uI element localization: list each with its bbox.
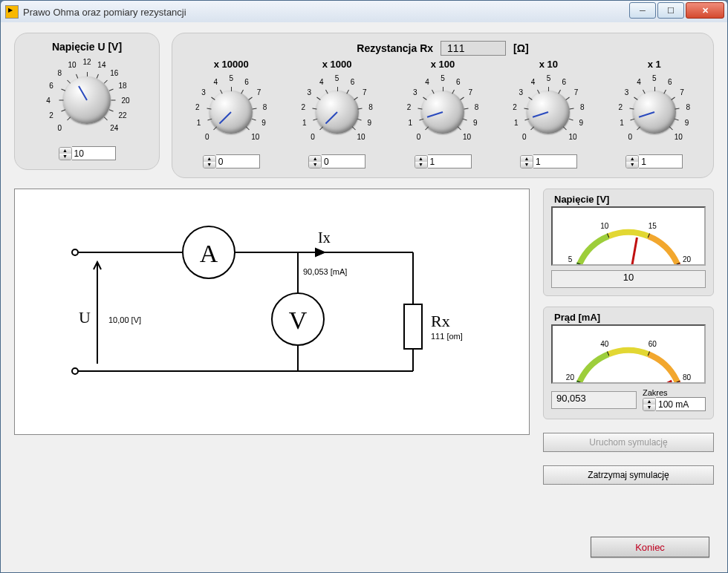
- svg-text:80: 80: [683, 373, 692, 382]
- minimize-button[interactable]: ─: [629, 2, 656, 19]
- multiplier-field[interactable]: [639, 154, 683, 168]
- multiplier-field[interactable]: [322, 154, 365, 168]
- multiplier-knob[interactable]: 012345678910: [507, 71, 589, 153]
- multiplier-label: x 10: [498, 59, 598, 70]
- multiplier-1: x 1000012345678910▲▼: [287, 59, 386, 168]
- multiplier-3: x 10012345678910▲▼: [498, 59, 598, 168]
- multiplier-label: x 1: [605, 59, 704, 70]
- svg-point-8: [72, 368, 78, 374]
- svg-text:20: 20: [566, 373, 575, 382]
- maximize-button[interactable]: ☐: [657, 2, 684, 19]
- current-gauge-reading: 90,053: [551, 391, 637, 409]
- rx-value: 111 [om]: [431, 332, 463, 341]
- svg-line-25: [628, 238, 637, 264]
- voltmeter-symbol: V: [289, 307, 308, 334]
- rx-title: Rezystancja Rx: [357, 42, 433, 54]
- multiplier-label: x 100: [393, 59, 493, 70]
- multiplier-knob[interactable]: 012345678910: [190, 71, 272, 153]
- multiplier-field[interactable]: [533, 154, 577, 168]
- multiplier-stepper[interactable]: ▲▼: [520, 155, 533, 168]
- svg-text:60: 60: [649, 340, 657, 348]
- voltage-stepper[interactable]: ▲▼: [59, 147, 72, 160]
- voltage-panel: Napięcie U [V] 024681012141618202224 ▲▼: [14, 33, 160, 170]
- svg-text:20: 20: [683, 255, 692, 263]
- voltage-gauge-panel: Napięcie [V] 0510152024 10: [543, 189, 714, 296]
- run-simulation-button[interactable]: Uruchom symulację: [543, 433, 714, 452]
- multiplier-stepper[interactable]: ▲▼: [625, 155, 639, 168]
- current-gauge-panel: Prąd [mA] 020406080100 90,053 Zakres ▲▼: [543, 307, 714, 419]
- multiplier-stepper[interactable]: ▲▼: [308, 155, 322, 168]
- multiplier-knob[interactable]: 012345678910: [296, 71, 378, 153]
- voltage-gauge-title: Napięcie [V]: [554, 194, 706, 205]
- ix-label: Ix: [318, 229, 331, 246]
- svg-text:15: 15: [649, 222, 657, 230]
- range-label: Zakres: [643, 388, 668, 397]
- multiplier-0: x 10000012345678910▲▼: [181, 59, 281, 168]
- window-title: Prawo Ohma oraz pomiary rezystancji: [23, 7, 186, 18]
- ammeter-symbol: A: [200, 240, 218, 267]
- current-gauge-title: Prąd [mA]: [554, 312, 706, 323]
- svg-point-0: [72, 249, 78, 255]
- range-stepper[interactable]: ▲▼: [643, 398, 656, 411]
- multiplier-label: x 1000: [287, 59, 386, 70]
- titlebar[interactable]: Prawo Ohma oraz pomiary rezystancji ─ ☐ …: [0, 0, 728, 24]
- ix-value: 90,053 [mA]: [303, 267, 347, 276]
- voltage-gauge-reading: 10: [551, 270, 706, 288]
- svg-line-38: [628, 381, 672, 382]
- current-gauge: 020406080100: [551, 324, 706, 384]
- rx-unit: [Ω]: [513, 42, 529, 54]
- range-field[interactable]: [656, 397, 706, 411]
- close-button[interactable]: ✕: [686, 2, 724, 19]
- svg-text:5: 5: [568, 255, 573, 263]
- multiplier-stepper[interactable]: ▲▼: [203, 155, 216, 168]
- svg-text:40: 40: [600, 340, 609, 348]
- multiplier-field[interactable]: [216, 154, 260, 168]
- exit-button[interactable]: Koniec: [591, 537, 709, 557]
- client-area: Napięcie U [V] 024681012141618202224 ▲▼ …: [0, 22, 728, 573]
- multiplier-knob[interactable]: 012345678910: [402, 71, 484, 153]
- labview-icon: [5, 5, 19, 19]
- multiplier-field[interactable]: [428, 154, 472, 168]
- svg-rect-5: [404, 304, 422, 349]
- multiplier-4: x 1012345678910▲▼: [605, 59, 704, 168]
- rx-label: Rx: [431, 312, 450, 330]
- multiplier-label: x 10000: [181, 59, 281, 70]
- svg-text:10: 10: [600, 222, 609, 230]
- circuit-diagram: A V Ix 90,053 [mA] U 10,00 [V] Rx 111 [o…: [14, 189, 530, 435]
- u-value: 10,00 [V]: [108, 315, 141, 324]
- stop-simulation-button[interactable]: Zatrzymaj symulację: [543, 465, 714, 485]
- rx-value-display: 111: [441, 41, 506, 56]
- voltage-gauge: 0510152024: [551, 206, 706, 266]
- resistance-panel: Rezystancja Rx 111 [Ω] x 100000123456789…: [172, 33, 714, 178]
- multiplier-stepper[interactable]: ▲▼: [415, 155, 428, 168]
- voltage-panel-title: Napięcie U [V]: [24, 41, 150, 53]
- multiplier-2: x 100012345678910▲▼: [393, 59, 493, 168]
- u-label: U: [79, 308, 91, 327]
- multiplier-knob[interactable]: 012345678910: [614, 71, 695, 153]
- voltage-knob[interactable]: 024681012141618202224: [42, 56, 131, 145]
- voltage-field[interactable]: [72, 146, 116, 160]
